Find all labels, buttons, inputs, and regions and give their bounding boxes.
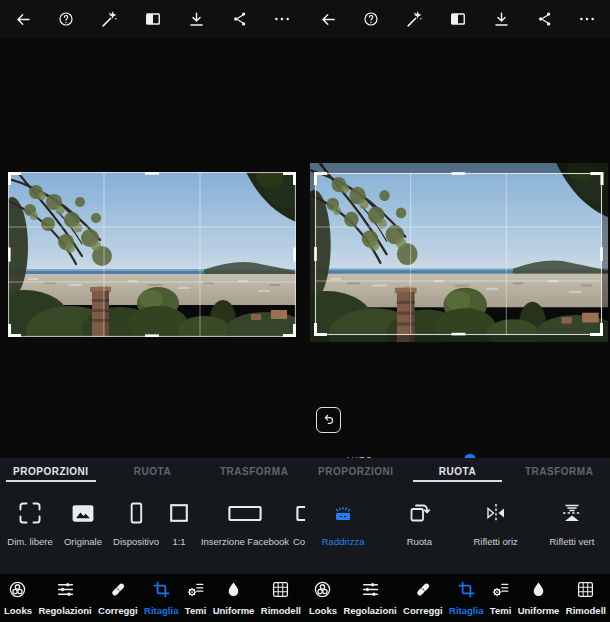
tool-label: Dim. libere xyxy=(7,536,52,547)
crop-icon xyxy=(152,580,171,602)
tab-trasforma[interactable]: TRASFORMA xyxy=(508,458,610,485)
top-toolbar xyxy=(305,0,610,38)
clipped-ratio-icon xyxy=(293,498,305,528)
tool-facebook-cover-clipped[interactable]: Cop xyxy=(293,498,305,547)
bottom-nav: Looks Regolazioni Correggi Ritaglia Temi… xyxy=(305,574,610,622)
themes-icon xyxy=(491,580,510,602)
back-button[interactable] xyxy=(317,8,340,31)
device-ratio-icon xyxy=(123,498,149,528)
nav-correggi[interactable]: Correggi xyxy=(98,580,138,616)
before-after-icon xyxy=(448,9,468,29)
share-button[interactable] xyxy=(229,8,251,30)
looks-icon xyxy=(313,580,332,602)
tool-label: Inserzione Facebook xyxy=(201,536,289,547)
screenshot-left: PROPORZIONI RUOTA TRASFORMA Dim. libere … xyxy=(0,0,305,622)
tool-free-size[interactable]: Dim. libere xyxy=(5,498,55,547)
download-icon xyxy=(187,10,206,29)
tab-ruota[interactable]: RUOTA xyxy=(102,458,204,485)
more-button[interactable] xyxy=(271,8,293,30)
flip-horizontal-icon xyxy=(484,498,508,528)
tool-label: Raddrizza xyxy=(322,536,365,547)
rotate-tools: Raddrizza Ruota Rifletti oriz Rifletti v… xyxy=(305,485,610,574)
magic-wand-icon xyxy=(100,10,119,29)
download-button[interactable] xyxy=(185,8,208,31)
facebook-ad-ratio-icon xyxy=(225,498,265,528)
tab-proporzioni[interactable]: PROPORZIONI xyxy=(305,458,407,485)
tool-label: 1:1 xyxy=(172,536,185,547)
flip-vertical-icon xyxy=(560,498,584,528)
download-button[interactable] xyxy=(490,8,513,31)
tab-trasforma[interactable]: TRASFORMA xyxy=(203,458,305,485)
square-ratio-icon xyxy=(166,498,192,528)
adjustments-icon xyxy=(56,580,75,602)
tool-facebook-ad[interactable]: Inserzione Facebook xyxy=(197,498,293,547)
tool-square[interactable]: 1:1 xyxy=(161,498,197,547)
straighten-slider-row: AUTO xyxy=(305,448,610,458)
nav-ritaglia[interactable]: Ritaglia xyxy=(449,580,483,616)
tab-ruota[interactable]: RUOTA xyxy=(407,458,509,485)
editor-canvas: AUTO xyxy=(305,38,610,458)
before-after-icon xyxy=(143,9,163,29)
themes-icon xyxy=(186,580,205,602)
tool-original[interactable]: Originale xyxy=(55,498,111,547)
nav-looks[interactable]: Looks xyxy=(4,580,32,616)
nav-regolazioni[interactable]: Regolazioni xyxy=(38,580,91,616)
share-icon xyxy=(536,10,554,28)
aspect-ratio-tools: Dim. libere Originale Dispositivo 1:1 In… xyxy=(0,485,305,574)
nav-regolazioni[interactable]: Regolazioni xyxy=(343,580,396,616)
tool-label: Rifletti vert xyxy=(549,536,594,547)
auto-enhance-button[interactable] xyxy=(403,8,426,31)
crop-icon xyxy=(457,580,476,602)
tool-label: Originale xyxy=(64,536,102,547)
auto-enhance-button[interactable] xyxy=(98,8,121,31)
looks-icon xyxy=(8,580,27,602)
tool-label: Ruota xyxy=(407,536,432,547)
more-icon xyxy=(578,10,596,28)
before-after-button[interactable] xyxy=(141,7,165,31)
tool-device[interactable]: Dispositivo xyxy=(111,498,161,547)
tool-ruota[interactable]: Ruota xyxy=(381,498,457,547)
nav-temi[interactable]: Temi xyxy=(185,580,206,616)
crop-mode-tabs: PROPORZIONI RUOTA TRASFORMA xyxy=(0,458,305,485)
help-button[interactable] xyxy=(55,8,77,30)
heal-icon xyxy=(413,580,432,602)
adjustments-icon xyxy=(361,580,380,602)
editor-canvas xyxy=(0,38,305,458)
tool-label: Cop xyxy=(293,536,305,547)
before-after-button[interactable] xyxy=(446,7,470,31)
nav-uniforme[interactable]: Uniforme xyxy=(213,580,255,616)
back-icon xyxy=(319,10,338,29)
back-button[interactable] xyxy=(12,8,35,31)
app: PROPORZIONI RUOTA TRASFORMA Dim. libere … xyxy=(0,0,610,622)
nav-ritaglia[interactable]: Ritaglia xyxy=(144,580,178,616)
download-icon xyxy=(492,10,511,29)
crop-photo[interactable] xyxy=(310,163,608,342)
nav-uniforme[interactable]: Uniforme xyxy=(518,580,560,616)
tool-raddrizza[interactable]: Raddrizza xyxy=(305,498,381,547)
undo-icon xyxy=(321,413,336,428)
undo-button[interactable] xyxy=(316,407,341,433)
heal-icon xyxy=(108,580,127,602)
blur-icon xyxy=(224,580,243,602)
tool-label: Dispositivo xyxy=(113,536,159,547)
crop-photo[interactable] xyxy=(8,172,296,337)
screenshot-right: AUTO PROPORZIONI RUOTA TRASFORMA Raddriz… xyxy=(305,0,610,622)
nav-temi[interactable]: Temi xyxy=(490,580,511,616)
original-ratio-icon xyxy=(69,498,97,528)
reshape-icon xyxy=(576,580,595,602)
more-button[interactable] xyxy=(576,8,598,30)
nav-correggi[interactable]: Correggi xyxy=(403,580,443,616)
more-icon xyxy=(273,10,291,28)
tool-rifletti-oriz[interactable]: Rifletti oriz xyxy=(458,498,534,547)
nav-looks[interactable]: Looks xyxy=(309,580,337,616)
back-icon xyxy=(14,10,33,29)
straighten-icon xyxy=(331,498,355,528)
help-button[interactable] xyxy=(360,8,382,30)
help-icon xyxy=(57,10,75,28)
tool-label: Rifletti oriz xyxy=(473,536,517,547)
tool-rifletti-vert[interactable]: Rifletti vert xyxy=(534,498,610,547)
nav-rimodell[interactable]: Rimodell xyxy=(566,580,606,616)
nav-rimodell[interactable]: Rimodell xyxy=(261,580,301,616)
tab-proporzioni[interactable]: PROPORZIONI xyxy=(0,458,102,485)
share-button[interactable] xyxy=(534,8,556,30)
